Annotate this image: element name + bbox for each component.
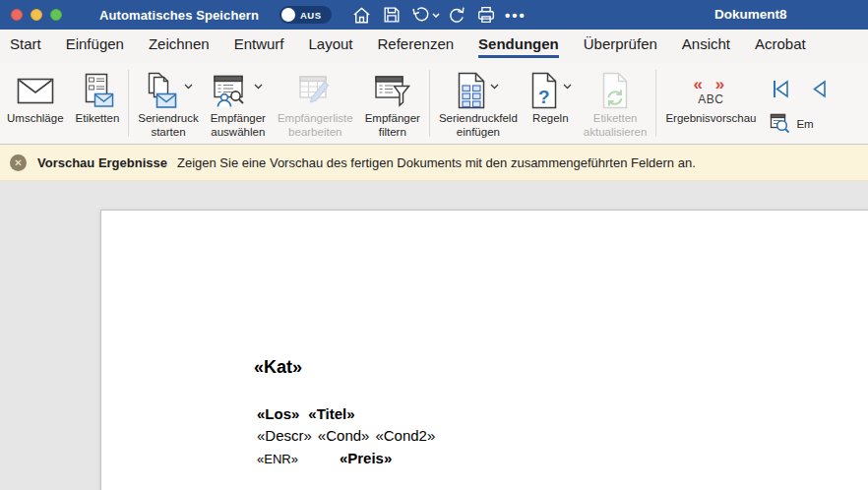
labels-icon <box>81 73 114 108</box>
tab-ansicht[interactable]: Ansicht <box>682 35 730 58</box>
merge-field-descr[interactable]: «Descr» <box>257 427 312 444</box>
home-icon <box>351 5 372 26</box>
preview-results-icon: « » ABC <box>694 76 729 105</box>
redo-icon <box>446 5 466 26</box>
start-mail-merge-button[interactable]: Seriendruck starten <box>132 69 204 140</box>
close-window-button[interactable] <box>11 9 23 21</box>
merge-field-cond[interactable]: «Cond» <box>318 427 370 444</box>
insert-merge-field-icon <box>457 72 486 109</box>
word-window: { "titlebar": { "autosave_label": "Autom… <box>0 0 868 490</box>
autosave-toggle[interactable]: AUS <box>279 6 332 24</box>
button-label: Seriendruck starten <box>138 112 198 140</box>
tab-acrobat[interactable]: Acrobat <box>755 35 806 58</box>
home-button[interactable] <box>347 2 377 28</box>
merge-field-cond2[interactable]: «Cond2» <box>375 427 435 444</box>
chevron-down-icon <box>254 76 263 93</box>
zoom-window-button[interactable] <box>50 9 62 21</box>
button-label: Regeln <box>532 112 568 126</box>
record-navigation-group: Em <box>770 69 830 134</box>
button-label: Em <box>796 118 813 130</box>
first-record-icon <box>770 78 792 100</box>
ribbon-divider <box>655 70 656 137</box>
envelope-icon <box>17 78 54 104</box>
ribbon: Umschläge Etiketten <box>0 63 868 145</box>
merge-field-kat[interactable]: «Kat» <box>254 357 302 378</box>
document-page[interactable]: «Kat» «Los»«Titel» «Descr»«Cond»«Cond2» … <box>100 210 868 490</box>
print-button[interactable] <box>471 2 501 28</box>
save-button[interactable] <box>377 2 406 28</box>
find-recipient-button[interactable]: Em <box>770 113 830 134</box>
select-recipients-icon <box>213 73 250 108</box>
more-commands-button[interactable]: ••• <box>501 2 530 28</box>
merge-field-line-los-titel: «Los»«Titel» <box>257 405 355 422</box>
notification-title: Vorschau Ergebnisse <box>37 155 167 170</box>
button-label: Ergebnisvorschau <box>665 112 756 126</box>
chevron-down-icon <box>432 13 440 18</box>
previous-record-button[interactable] <box>807 78 830 104</box>
chevron-down-icon <box>184 76 193 93</box>
ribbon-divider <box>128 70 129 137</box>
ribbon-divider <box>429 70 430 137</box>
merge-field-enr[interactable]: «ENR» <box>257 452 298 466</box>
insert-merge-field-button[interactable]: Seriendruckfeld einfügen <box>433 69 524 140</box>
chevron-down-icon <box>563 76 572 93</box>
button-label: Empfängerliste bearbeiten <box>278 112 353 140</box>
tab-sendungen[interactable]: Sendungen <box>478 35 559 58</box>
rules-icon: ? <box>529 72 559 109</box>
tab-entwurf[interactable]: Entwurf <box>234 35 284 58</box>
button-label: Seriendruckfeld einfügen <box>439 112 518 140</box>
button-label: Etiketten aktualisieren <box>584 112 648 140</box>
select-recipients-button[interactable]: Empfänger auswählen <box>205 69 272 140</box>
preview-results-notification: ✕ Vorschau Ergebnisse Zeigen Sie eine Vo… <box>0 145 868 181</box>
autosave-state: AUS <box>300 10 322 21</box>
first-record-button[interactable] <box>770 78 792 104</box>
merge-field-line-enr-preis: «ENR»«Preis» <box>257 450 392 466</box>
tab-ueberpruefen[interactable]: Überprüfen <box>584 35 657 58</box>
merge-field-preis[interactable]: «Preis» <box>340 450 392 466</box>
button-label: Empfänger auswählen <box>211 112 266 140</box>
button-label: Etiketten <box>76 112 120 126</box>
update-labels-icon <box>600 72 630 109</box>
ribbon-tabs: Start Einfügen Zeichnen Entwurf Layout R… <box>0 30 868 63</box>
print-icon <box>475 4 497 26</box>
filter-recipients-icon <box>374 74 411 107</box>
labels-button[interactable]: Etiketten <box>70 69 126 126</box>
start-mail-merge-icon <box>143 72 180 109</box>
filter-recipients-button[interactable]: Empfänger filtern <box>359 69 426 140</box>
redo-button[interactable] <box>442 2 471 28</box>
rules-button[interactable]: ? Regeln <box>524 69 578 126</box>
merge-field-line-descr: «Descr»«Cond»«Cond2» <box>257 427 435 444</box>
merge-field-los[interactable]: «Los» <box>257 405 299 422</box>
merge-field-titel[interactable]: «Titel» <box>308 405 354 422</box>
find-recipient-icon <box>770 113 790 134</box>
button-label: Empfänger filtern <box>365 112 420 140</box>
document-area: «Kat» «Los»«Titel» «Descr»«Cond»«Cond2» … <box>0 182 868 490</box>
tab-layout[interactable]: Layout <box>308 35 352 58</box>
tab-start[interactable]: Start <box>10 35 41 58</box>
svg-text:?: ? <box>538 87 550 107</box>
tab-einfuegen[interactable]: Einfügen <box>66 35 124 58</box>
document-title: Dokument8 <box>714 0 787 30</box>
undo-dropdown-button[interactable] <box>430 2 442 28</box>
dismiss-notification-icon[interactable]: ✕ <box>10 154 27 171</box>
titlebar: Automatisches Speichern AUS <box>0 0 868 30</box>
notification-message: Zeigen Sie eine Vorschau des fertigen Do… <box>177 155 696 170</box>
previous-record-icon <box>807 78 830 100</box>
edit-recipient-list-button: Empfängerliste bearbeiten <box>272 69 359 140</box>
edit-recipient-list-icon <box>297 74 333 107</box>
preview-results-button[interactable]: « » ABC Ergebnisvorschau <box>659 69 762 126</box>
quick-access-toolbar: ••• <box>347 2 530 28</box>
minimize-window-button[interactable] <box>31 9 42 21</box>
toggle-knob-icon <box>281 8 295 22</box>
envelopes-button[interactable]: Umschläge <box>1 69 70 126</box>
autosave-label: Automatisches Speichern <box>99 8 259 23</box>
save-icon <box>382 5 402 25</box>
button-label: Umschläge <box>7 112 64 126</box>
undo-icon <box>410 5 431 26</box>
window-controls <box>0 9 62 21</box>
tab-referenzen[interactable]: Referenzen <box>378 35 455 58</box>
tab-zeichnen[interactable]: Zeichnen <box>149 35 210 58</box>
update-labels-button: Etiketten aktualisieren <box>578 69 653 140</box>
chevron-down-icon <box>490 76 499 93</box>
